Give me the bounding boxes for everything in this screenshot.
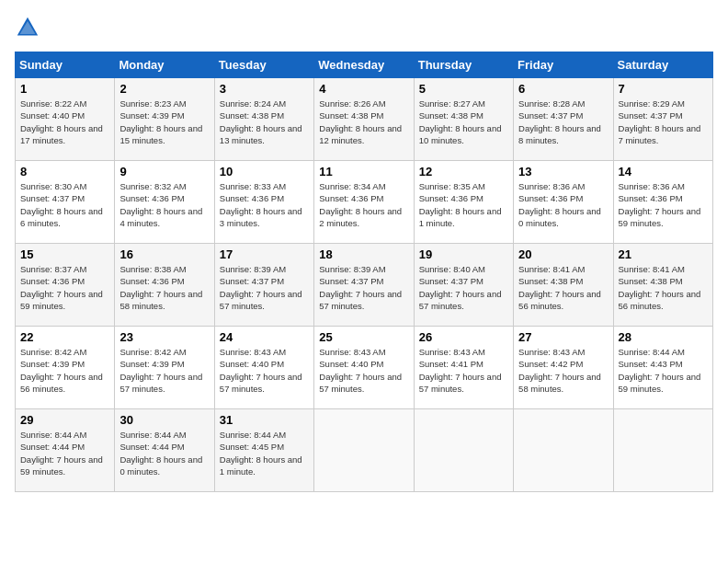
day-number: 7 <box>619 82 708 96</box>
day-info: Sunrise: 8:28 AM Sunset: 4:37 PM Dayligh… <box>518 98 601 145</box>
day-info: Sunrise: 8:23 AM Sunset: 4:39 PM Dayligh… <box>119 98 202 145</box>
weekday-header-monday: Monday <box>115 52 214 78</box>
calendar-cell: 31 Sunrise: 8:44 AM Sunset: 4:45 PM Dayl… <box>214 409 313 492</box>
calendar-cell: 22 Sunrise: 8:42 AM Sunset: 4:39 PM Dayl… <box>16 327 115 409</box>
calendar-cell: 24 Sunrise: 8:43 AM Sunset: 4:40 PM Dayl… <box>214 327 313 409</box>
day-info: Sunrise: 8:42 AM Sunset: 4:39 PM Dayligh… <box>119 347 202 394</box>
day-info: Sunrise: 8:42 AM Sunset: 4:39 PM Dayligh… <box>20 347 103 394</box>
calendar-cell: 11 Sunrise: 8:34 AM Sunset: 4:36 PM Dayl… <box>314 161 414 244</box>
day-number: 9 <box>119 165 209 178</box>
day-number: 13 <box>518 165 608 178</box>
day-info: Sunrise: 8:43 AM Sunset: 4:40 PM Dayligh… <box>319 347 402 394</box>
day-info: Sunrise: 8:36 AM Sunset: 4:36 PM Dayligh… <box>518 181 601 228</box>
calendar-cell: 20 Sunrise: 8:41 AM Sunset: 4:38 PM Dayl… <box>514 244 613 327</box>
day-number: 6 <box>518 82 608 96</box>
calendar-cell: 7 Sunrise: 8:29 AM Sunset: 4:37 PM Dayli… <box>613 78 712 161</box>
weekday-header-thursday: Thursday <box>414 52 513 78</box>
day-number: 27 <box>518 330 608 344</box>
day-info: Sunrise: 8:30 AM Sunset: 4:37 PM Dayligh… <box>20 181 103 228</box>
day-info: Sunrise: 8:40 AM Sunset: 4:37 PM Dayligh… <box>419 264 502 311</box>
calendar-cell: 4 Sunrise: 8:26 AM Sunset: 4:38 PM Dayli… <box>314 78 414 161</box>
calendar-cell: 9 Sunrise: 8:32 AM Sunset: 4:36 PM Dayli… <box>115 161 214 244</box>
day-info: Sunrise: 8:44 AM Sunset: 4:45 PM Dayligh… <box>220 430 302 477</box>
day-number: 20 <box>518 247 608 261</box>
day-number: 19 <box>419 247 508 261</box>
calendar-week-4: 22 Sunrise: 8:42 AM Sunset: 4:39 PM Dayl… <box>16 327 713 409</box>
day-number: 25 <box>319 330 408 344</box>
calendar-cell: 1 Sunrise: 8:22 AM Sunset: 4:40 PM Dayli… <box>16 78 115 161</box>
calendar-body: 1 Sunrise: 8:22 AM Sunset: 4:40 PM Dayli… <box>16 78 713 492</box>
calendar-cell: 26 Sunrise: 8:43 AM Sunset: 4:41 PM Dayl… <box>414 327 513 409</box>
calendar-header: SundayMondayTuesdayWednesdayThursdayFrid… <box>16 52 713 78</box>
day-number: 3 <box>220 82 309 96</box>
calendar-cell <box>514 409 613 492</box>
day-number: 11 <box>319 165 408 178</box>
calendar-week-3: 15 Sunrise: 8:37 AM Sunset: 4:36 PM Dayl… <box>16 244 713 327</box>
weekday-header-friday: Friday <box>514 52 613 78</box>
day-info: Sunrise: 8:34 AM Sunset: 4:36 PM Dayligh… <box>319 181 402 228</box>
calendar-cell: 13 Sunrise: 8:36 AM Sunset: 4:36 PM Dayl… <box>514 161 613 244</box>
day-info: Sunrise: 8:44 AM Sunset: 4:44 PM Dayligh… <box>119 430 202 477</box>
calendar-cell: 18 Sunrise: 8:39 AM Sunset: 4:37 PM Dayl… <box>314 244 414 327</box>
calendar-week-5: 29 Sunrise: 8:44 AM Sunset: 4:44 PM Dayl… <box>16 409 713 492</box>
calendar-cell: 17 Sunrise: 8:39 AM Sunset: 4:37 PM Dayl… <box>214 244 313 327</box>
day-number: 1 <box>20 82 109 96</box>
calendar-cell: 25 Sunrise: 8:43 AM Sunset: 4:40 PM Dayl… <box>314 327 414 409</box>
logo-icon <box>15 15 40 40</box>
day-info: Sunrise: 8:44 AM Sunset: 4:43 PM Dayligh… <box>619 347 701 394</box>
calendar-week-1: 1 Sunrise: 8:22 AM Sunset: 4:40 PM Dayli… <box>16 78 713 161</box>
day-number: 15 <box>20 247 109 261</box>
calendar-cell: 27 Sunrise: 8:43 AM Sunset: 4:42 PM Dayl… <box>514 327 613 409</box>
day-number: 22 <box>20 330 109 344</box>
day-number: 14 <box>619 165 708 178</box>
weekday-header-saturday: Saturday <box>613 52 712 78</box>
calendar-cell: 28 Sunrise: 8:44 AM Sunset: 4:43 PM Dayl… <box>613 327 712 409</box>
calendar-cell <box>314 409 414 492</box>
day-number: 26 <box>419 330 508 344</box>
day-number: 28 <box>619 330 708 344</box>
weekday-header-tuesday: Tuesday <box>214 52 313 78</box>
day-number: 4 <box>319 82 408 96</box>
page-header <box>15 15 713 40</box>
day-info: Sunrise: 8:26 AM Sunset: 4:38 PM Dayligh… <box>319 98 402 145</box>
calendar-cell: 15 Sunrise: 8:37 AM Sunset: 4:36 PM Dayl… <box>16 244 115 327</box>
calendar-cell: 10 Sunrise: 8:33 AM Sunset: 4:36 PM Dayl… <box>214 161 313 244</box>
day-info: Sunrise: 8:43 AM Sunset: 4:41 PM Dayligh… <box>419 347 502 394</box>
day-number: 29 <box>20 413 109 427</box>
logo <box>15 15 44 40</box>
day-number: 5 <box>419 82 508 96</box>
calendar-cell: 2 Sunrise: 8:23 AM Sunset: 4:39 PM Dayli… <box>115 78 214 161</box>
day-info: Sunrise: 8:41 AM Sunset: 4:38 PM Dayligh… <box>518 264 601 311</box>
day-number: 2 <box>119 82 209 96</box>
day-info: Sunrise: 8:32 AM Sunset: 4:36 PM Dayligh… <box>119 181 202 228</box>
calendar-cell: 21 Sunrise: 8:41 AM Sunset: 4:38 PM Dayl… <box>613 244 712 327</box>
day-info: Sunrise: 8:43 AM Sunset: 4:42 PM Dayligh… <box>518 347 601 394</box>
calendar-cell: 30 Sunrise: 8:44 AM Sunset: 4:44 PM Dayl… <box>115 409 214 492</box>
day-number: 10 <box>220 165 309 178</box>
calendar-cell: 5 Sunrise: 8:27 AM Sunset: 4:38 PM Dayli… <box>414 78 513 161</box>
day-info: Sunrise: 8:29 AM Sunset: 4:37 PM Dayligh… <box>619 98 701 145</box>
day-info: Sunrise: 8:36 AM Sunset: 4:36 PM Dayligh… <box>619 181 701 228</box>
day-info: Sunrise: 8:41 AM Sunset: 4:38 PM Dayligh… <box>619 264 701 311</box>
calendar-cell: 14 Sunrise: 8:36 AM Sunset: 4:36 PM Dayl… <box>613 161 712 244</box>
day-number: 31 <box>220 413 309 427</box>
calendar-cell: 23 Sunrise: 8:42 AM Sunset: 4:39 PM Dayl… <box>115 327 214 409</box>
day-number: 16 <box>119 247 209 261</box>
day-number: 21 <box>619 247 708 261</box>
calendar-cell: 12 Sunrise: 8:35 AM Sunset: 4:36 PM Dayl… <box>414 161 513 244</box>
calendar-cell <box>414 409 513 492</box>
day-info: Sunrise: 8:37 AM Sunset: 4:36 PM Dayligh… <box>20 264 103 311</box>
days-of-week-row: SundayMondayTuesdayWednesdayThursdayFrid… <box>16 52 713 78</box>
calendar-cell: 6 Sunrise: 8:28 AM Sunset: 4:37 PM Dayli… <box>514 78 613 161</box>
day-number: 17 <box>220 247 309 261</box>
calendar-cell: 3 Sunrise: 8:24 AM Sunset: 4:38 PM Dayli… <box>214 78 313 161</box>
day-number: 8 <box>20 165 109 178</box>
day-number: 23 <box>119 330 209 344</box>
calendar-cell: 8 Sunrise: 8:30 AM Sunset: 4:37 PM Dayli… <box>16 161 115 244</box>
day-number: 30 <box>119 413 209 427</box>
day-info: Sunrise: 8:44 AM Sunset: 4:44 PM Dayligh… <box>20 430 103 477</box>
calendar-cell: 16 Sunrise: 8:38 AM Sunset: 4:36 PM Dayl… <box>115 244 214 327</box>
calendar-cell <box>613 409 712 492</box>
weekday-header-sunday: Sunday <box>16 52 115 78</box>
day-number: 24 <box>220 330 309 344</box>
